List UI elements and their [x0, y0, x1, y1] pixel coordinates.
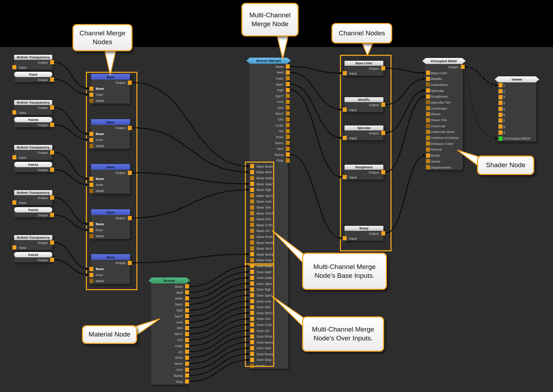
wire-paint4.out-to-cm4.over[interactable]	[54, 260, 89, 275]
input-port[interactable]	[12, 110, 16, 115]
input-port[interactable]	[12, 155, 16, 159]
wire-merge.out.3-to-ch2.in[interactable]	[290, 84, 342, 138]
output-port[interactable]	[286, 70, 290, 75]
wire-bronze.out.16-to-merge.over.16[interactable]	[189, 360, 249, 381]
input-port[interactable]	[499, 107, 502, 111]
wire-bronze.out.3-to-merge.over.3[interactable]	[189, 283, 249, 304]
input-port[interactable]	[343, 71, 347, 75]
output-port[interactable]	[185, 362, 189, 366]
input-port[interactable]	[343, 236, 347, 240]
channel-node-bump[interactable]: Bump Output Input	[345, 226, 383, 241]
wire-ch1.out-to-brdf.in.1[interactable]	[386, 79, 425, 105]
output-port[interactable]	[185, 332, 189, 336]
input-port[interactable]	[250, 229, 254, 233]
input-port[interactable]	[250, 235, 254, 239]
channel-merge-node[interactable]: Base Output Base Over Mask	[91, 74, 130, 104]
output-port[interactable]	[286, 141, 290, 145]
input-port[interactable]	[250, 346, 254, 350]
wire-bronze.out.15-to-merge.over.15[interactable]	[189, 354, 249, 375]
wire-cm2.out-to-merge.base.3[interactable]	[132, 173, 249, 184]
bottom-transparency-node[interactable]: Bottom Transparency Output Input	[14, 145, 52, 160]
wire-cm4.out-to-merge.base.15[interactable]	[132, 254, 249, 263]
input-port[interactable]	[12, 245, 16, 250]
output-port[interactable]	[286, 105, 290, 110]
input-port[interactable]	[89, 183, 93, 187]
node-graph-canvas[interactable]: Bottom Transparency Output Input Paint O…	[0, 0, 553, 392]
wire-bronze.out.14-to-merge.over.14[interactable]	[189, 348, 249, 370]
input-port[interactable]	[343, 107, 347, 112]
output-port[interactable]	[185, 326, 189, 330]
input-port[interactable]	[250, 276, 254, 280]
output-port[interactable]	[286, 135, 290, 139]
input-port[interactable]	[426, 94, 430, 99]
output-port[interactable]	[128, 171, 132, 175]
output-port[interactable]	[128, 216, 132, 220]
output-port[interactable]	[185, 344, 189, 348]
output-port[interactable]	[381, 131, 385, 135]
output-port[interactable]	[50, 213, 54, 217]
input-port[interactable]	[89, 267, 93, 271]
output-port[interactable]	[286, 152, 290, 157]
wire-ch3.out-to-brdf.in.4[interactable]	[386, 96, 425, 172]
input-port[interactable]	[426, 112, 430, 116]
output-port[interactable]	[286, 82, 290, 86]
output-port[interactable]	[286, 117, 290, 122]
output-port[interactable]	[185, 296, 189, 300]
wire-ch4.out-to-brdf.in.14[interactable]	[386, 156, 425, 233]
input-port[interactable]	[426, 124, 430, 128]
output-port[interactable]	[286, 88, 290, 92]
input-port[interactable]	[250, 352, 254, 356]
output-port[interactable]	[286, 158, 290, 163]
channel-merge-node[interactable]: Base Output Base Over Mask	[91, 164, 130, 194]
input-port[interactable]	[343, 136, 347, 140]
input-port[interactable]	[426, 141, 430, 146]
output-port[interactable]	[128, 261, 132, 265]
output-port[interactable]	[50, 150, 54, 154]
output-port[interactable]	[286, 100, 290, 104]
channel-merge-node[interactable]: Base Output Base Over Mask	[91, 119, 130, 149]
wire-brdf.out-to-viewer.in.9[interactable]	[465, 67, 498, 138]
output-port[interactable]	[286, 111, 290, 116]
input-port[interactable]	[89, 132, 93, 136]
input-port[interactable]	[250, 311, 254, 315]
input-port[interactable]	[250, 205, 254, 210]
output-port[interactable]	[286, 64, 290, 69]
input-port[interactable]	[499, 89, 502, 93]
input-port[interactable]	[426, 147, 430, 152]
output-port[interactable]	[381, 103, 385, 107]
output-port[interactable]	[381, 66, 385, 70]
input-port[interactable]	[426, 100, 430, 104]
input-port[interactable]	[250, 299, 254, 303]
input-port[interactable]	[250, 281, 254, 286]
multi-channel-merge-node[interactable]: Bronze (Merge) BaseMetlSubsSpecRghSpcTAn…	[249, 58, 288, 369]
output-port[interactable]	[185, 314, 189, 318]
input-port[interactable]	[250, 170, 254, 174]
input-port[interactable]	[426, 136, 430, 140]
input-port[interactable]	[89, 93, 93, 97]
output-port[interactable]	[185, 338, 189, 342]
input-port[interactable]	[343, 175, 347, 179]
input-port[interactable]	[250, 317, 254, 321]
output-port[interactable]	[185, 379, 189, 384]
wire-bronze.out.8-to-merge.over.8[interactable]	[189, 313, 249, 334]
input-port[interactable]	[499, 113, 502, 117]
channel-node-metallic[interactable]: Metallic Output Input	[345, 97, 383, 112]
wire-cm3.out-to-merge.base.4[interactable]	[132, 190, 249, 218]
output-port[interactable]	[50, 195, 54, 200]
output-port[interactable]	[185, 373, 189, 378]
bottom-transparency-node[interactable]: Bottom Transparency Output Input	[14, 190, 52, 205]
wire-bronze.out.5-to-merge.over.5[interactable]	[189, 295, 249, 316]
input-port[interactable]	[250, 164, 254, 168]
output-port[interactable]	[185, 368, 189, 372]
wire-bronze.out.6-to-merge.over.6[interactable]	[189, 301, 249, 322]
input-port[interactable]	[426, 165, 430, 169]
input-port[interactable]	[250, 264, 254, 268]
output-port[interactable]	[185, 284, 189, 288]
output-port[interactable]	[185, 356, 189, 360]
input-port[interactable]	[89, 99, 93, 103]
input-port[interactable]	[499, 95, 502, 99]
output-port[interactable]	[286, 129, 290, 133]
input-port[interactable]	[89, 228, 93, 232]
input-port[interactable]	[250, 182, 254, 186]
input-port[interactable]	[250, 176, 254, 180]
